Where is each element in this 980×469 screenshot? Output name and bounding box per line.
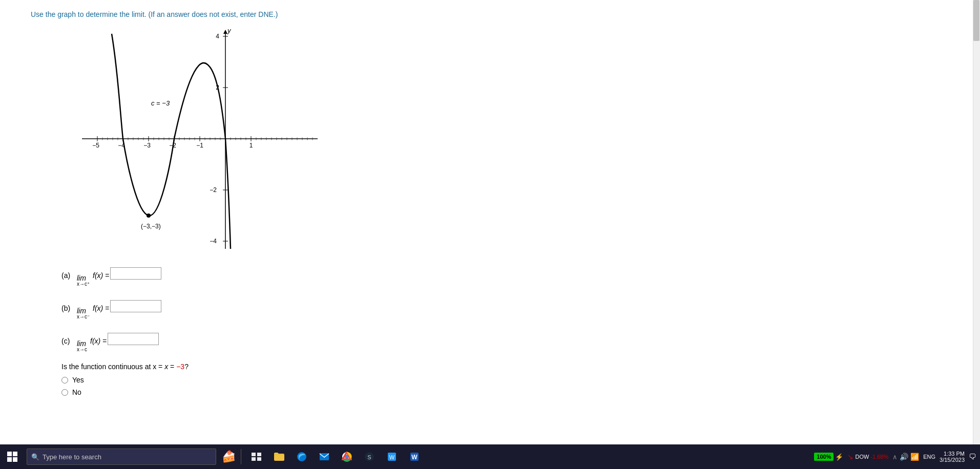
- radio-no[interactable]: [61, 389, 68, 396]
- answer-row-a: (a) lim x→c⁺ f(x) =: [61, 264, 949, 287]
- point-dot: [147, 214, 151, 218]
- answer-input-b[interactable]: [110, 300, 161, 312]
- continuous-question: Is the function continuous at x = x = −3…: [61, 363, 949, 371]
- answer-row-b: (b) lim x→c⁻ f(x) =: [61, 297, 949, 319]
- fx-a: f(x) =: [93, 271, 109, 280]
- answer-row-c: (c) lim x→c f(x) =: [61, 330, 949, 352]
- lim-sub-b: x→c⁻: [77, 314, 90, 319]
- svg-text:1: 1: [249, 142, 253, 149]
- lim-sub-a: x→c⁺: [77, 281, 90, 287]
- answers-section: (a) lim x→c⁺ f(x) = (b) lim x→c⁻ f(x) =: [61, 264, 949, 352]
- scrollbar-thumb[interactable]: [973, 0, 979, 41]
- continuous-section: Is the function continuous at x = x = −3…: [61, 363, 949, 396]
- part-a-label: (a): [61, 271, 77, 280]
- svg-marker-3: [223, 30, 227, 34]
- svg-text:−4: −4: [210, 238, 217, 245]
- radio-yes-row: Yes: [61, 376, 949, 384]
- radio-yes[interactable]: [61, 377, 68, 383]
- fx-b: f(x) =: [93, 304, 109, 312]
- svg-text:−5: −5: [92, 142, 99, 149]
- svg-text:−2: −2: [210, 186, 217, 194]
- graph-container: −5 −4 −3 −2 −1 1: [51, 29, 318, 249]
- svg-text:4: 4: [216, 33, 219, 40]
- radio-no-row: No: [61, 388, 949, 396]
- svg-text:−3: −3: [143, 142, 151, 149]
- answer-input-a[interactable]: [110, 267, 161, 280]
- svg-text:−1: −1: [196, 142, 203, 149]
- y-axis-label: y: [227, 29, 232, 34]
- part-c-label: (c): [61, 337, 77, 345]
- lim-sub-c: x→c: [77, 347, 87, 352]
- answer-input-c[interactable]: [108, 333, 159, 345]
- fx-c: f(x) =: [90, 337, 107, 345]
- part-b-label: (b): [61, 304, 77, 312]
- c-label: c = −3: [151, 99, 170, 107]
- point-label: (−3,−3): [141, 223, 161, 230]
- scrollbar-track[interactable]: [973, 0, 980, 444]
- radio-no-label: No: [72, 388, 81, 396]
- instruction-text: Use the graph to determine the limit. (I…: [31, 10, 949, 18]
- radio-yes-label: Yes: [72, 376, 84, 384]
